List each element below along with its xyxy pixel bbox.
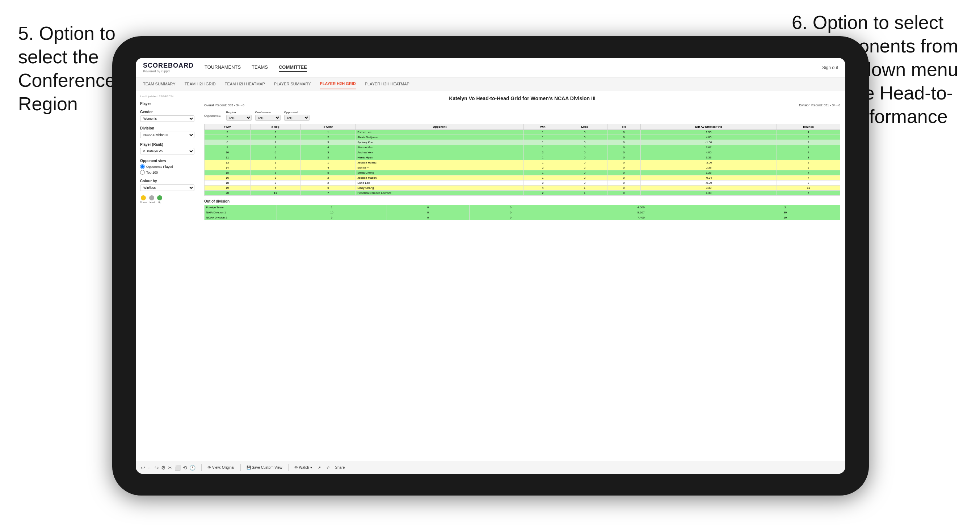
ood-cell-tie: 0 bbox=[469, 205, 552, 210]
region-filter-group: Region (All) bbox=[226, 111, 251, 121]
cell-win: 4 bbox=[523, 186, 562, 190]
cell-div: 6 bbox=[205, 140, 251, 145]
sub-nav-team-summary[interactable]: TEAM SUMMARY bbox=[143, 79, 176, 89]
toolbar-settings[interactable]: ⚙ bbox=[161, 465, 166, 471]
toolbar-copy[interactable]: ⬜ bbox=[175, 465, 181, 471]
cell-reg: 1 bbox=[250, 160, 301, 165]
nav-tournaments[interactable]: TOURNAMENTS bbox=[205, 63, 241, 72]
sidebar-colour-by-section: Colour by Win/loss bbox=[140, 179, 194, 191]
division-select[interactable]: NCAA Division III bbox=[140, 132, 194, 138]
cell-loss: 0 bbox=[562, 130, 608, 135]
cell-reg: 11 bbox=[250, 190, 301, 196]
cell-win: 1 bbox=[523, 160, 562, 165]
cell-reg: 2 bbox=[250, 135, 301, 140]
main-content: Last Updated: 27/03/2024 Player Gender W… bbox=[136, 90, 845, 461]
sub-nav-team-h2h-heatmap[interactable]: TEAM H2H HEATMAP bbox=[225, 79, 265, 89]
logo-text: SCOREBOARD bbox=[143, 62, 194, 70]
ood-cell-opponent: NCAA Division 2 bbox=[205, 215, 277, 220]
sidebar-opponent-view-section: Opponent view Opponents Played Top 100 bbox=[140, 159, 194, 175]
legend-up-dot bbox=[157, 195, 162, 200]
nav-committee[interactable]: COMMITTEE bbox=[279, 63, 307, 72]
division-label: Division bbox=[140, 126, 194, 130]
toolbar-clock[interactable]: 🕐 bbox=[189, 465, 196, 471]
cell-loss: 0 bbox=[562, 181, 608, 186]
toolbar-divider-2 bbox=[240, 464, 241, 471]
toolbar-rotate[interactable]: ⟲ bbox=[183, 465, 187, 471]
cell-reg: 3 bbox=[250, 140, 301, 145]
region-filter-select[interactable]: (All) bbox=[226, 115, 251, 121]
ood-table-row: Foreign Team 1 0 0 4.500 2 bbox=[205, 205, 840, 210]
sub-nav-player-h2h-heatmap[interactable]: PLAYER H2H HEATMAP bbox=[365, 79, 409, 89]
toolbar-watch[interactable]: 👁 Watch ▾ bbox=[294, 465, 312, 470]
toolbar-swap[interactable]: ⇄ bbox=[326, 465, 329, 470]
cell-diff: 0.30 bbox=[640, 186, 776, 190]
cell-loss: 2 bbox=[562, 175, 608, 181]
opponent-filter-select[interactable]: (All) bbox=[284, 115, 310, 121]
cell-opponent: Euna Lee bbox=[356, 181, 523, 186]
ood-cell-loss: 0 bbox=[387, 205, 469, 210]
cell-tie: 0 bbox=[607, 135, 640, 140]
player-rank-select[interactable]: 8. Katelyn Vo bbox=[140, 148, 194, 154]
ood-cell-diff: 9.267 bbox=[552, 210, 730, 215]
sub-nav-team-h2h-grid[interactable]: TEAM H2H GRID bbox=[185, 79, 216, 89]
sidebar-player-rank-section: Player (Rank) 8. Katelyn Vo bbox=[140, 143, 194, 154]
toolbar-export[interactable]: ↗ bbox=[318, 465, 321, 470]
toolbar-share[interactable]: Share bbox=[335, 465, 345, 470]
cell-diff: 1.50 bbox=[640, 130, 776, 135]
cell-conf: 7 bbox=[301, 190, 356, 196]
radio-top100[interactable]: Top 100 bbox=[140, 170, 194, 175]
legend-level-dot bbox=[149, 195, 154, 200]
ood-cell-loss: 0 bbox=[387, 215, 469, 220]
cell-reg: 6 bbox=[250, 186, 301, 190]
cell-reg: 2 bbox=[250, 181, 301, 186]
legend-down: Down bbox=[140, 195, 146, 204]
conference-filter-select[interactable]: (All) bbox=[255, 115, 280, 121]
cell-win: 1 bbox=[523, 135, 562, 140]
sidebar-division-section: Division NCAA Division III bbox=[140, 126, 194, 138]
ood-cell-tie: 0 bbox=[469, 215, 552, 220]
nav-teams[interactable]: TEAMS bbox=[251, 63, 268, 72]
cell-opponent: Emily Chang bbox=[356, 186, 523, 190]
toolbar-redo[interactable]: ↪ bbox=[154, 465, 159, 471]
gender-select[interactable]: Women's bbox=[140, 115, 194, 122]
toolbar-save-custom[interactable]: 💾 Save Custom View bbox=[247, 465, 282, 470]
legend-up: Up bbox=[157, 195, 162, 204]
region-filter-label: Region bbox=[226, 111, 251, 114]
cell-loss: 2 bbox=[562, 165, 608, 170]
ood-cell-diff: 7.400 bbox=[552, 215, 730, 220]
colour-by-select[interactable]: Win/loss bbox=[140, 184, 194, 191]
cell-rounds: 3 bbox=[777, 140, 840, 145]
cell-opponent: Eunice Yi bbox=[356, 165, 523, 170]
table-row: 10 6 3 Andrea York 2 0 0 4.00 4 bbox=[205, 150, 840, 155]
cell-tie: 0 bbox=[607, 145, 640, 150]
cell-rounds: 2 bbox=[777, 160, 840, 165]
ood-cell-win: 5 bbox=[277, 215, 387, 220]
table-row: 13 1 1 Jessica Huang 1 0 0 -3.00 2 bbox=[205, 160, 840, 165]
cell-opponent: Alexis Sudjianto bbox=[356, 135, 523, 140]
cell-win: 2 bbox=[523, 165, 562, 170]
toolbar-view-original[interactable]: 👁 View: Original bbox=[207, 465, 235, 470]
opponent-filter-label: Opponent bbox=[284, 111, 310, 114]
cell-tie: 0 bbox=[607, 155, 640, 160]
cell-diff: -0.94 bbox=[640, 175, 776, 181]
cell-conf: 3 bbox=[301, 140, 356, 145]
radio-opponents-played[interactable]: Opponents Played bbox=[140, 164, 194, 169]
sign-out-link[interactable]: Sign out bbox=[822, 65, 838, 70]
toolbar-undo[interactable]: ↩ bbox=[141, 465, 145, 471]
logo-sub: Powered by clippd bbox=[143, 70, 194, 73]
toolbar-back[interactable]: ← bbox=[147, 465, 153, 471]
sub-nav-player-h2h-grid[interactable]: PLAYER H2H GRID bbox=[320, 78, 356, 89]
th-reg: # Reg bbox=[250, 124, 301, 130]
cell-opponent: Sharon Mun bbox=[356, 145, 523, 150]
cell-loss: 0 bbox=[562, 160, 608, 165]
cell-conf: 5 bbox=[301, 170, 356, 175]
cell-div: 5 bbox=[205, 135, 251, 140]
gender-label: Gender bbox=[140, 110, 194, 114]
cell-loss: 0 bbox=[562, 140, 608, 145]
toolbar-cut[interactable]: ✂ bbox=[168, 465, 172, 471]
cell-opponent: Esther Lee bbox=[356, 130, 523, 135]
toolbar-divider-3 bbox=[288, 464, 288, 471]
sub-nav-player-summary[interactable]: PLAYER SUMMARY bbox=[274, 79, 311, 89]
table-row: 19 6 6 Emily Chang 4 1 0 0.30 11 bbox=[205, 186, 840, 190]
cell-conf: 3 bbox=[301, 150, 356, 155]
